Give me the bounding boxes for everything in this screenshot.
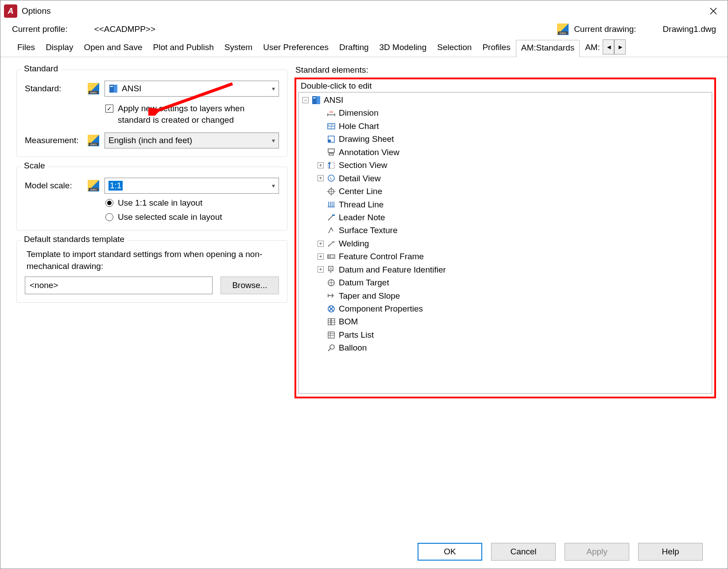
tab-3d-modeling[interactable]: 3D Modeling xyxy=(374,39,432,57)
current-drawing-label: Current drawing: xyxy=(574,24,636,34)
tab-display[interactable]: Display xyxy=(40,39,78,57)
close-button[interactable] xyxy=(703,0,724,22)
collapse-icon[interactable]: − xyxy=(302,97,309,103)
tree-item[interactable]: +Welding xyxy=(318,237,712,250)
chevron-down-icon: ▾ xyxy=(272,137,275,144)
partslist-icon xyxy=(326,330,336,340)
tree-item-label: Drawing Sheet xyxy=(339,133,394,145)
detailview-icon: L xyxy=(326,173,336,183)
expand-icon[interactable]: + xyxy=(318,175,324,181)
tab-profiles[interactable]: Profiles xyxy=(477,39,515,57)
model-scale-value: 1:1 xyxy=(108,181,123,191)
tree-item-label: Feature Control Frame xyxy=(339,250,424,263)
tree-item-label: Balloon xyxy=(339,341,367,354)
tree-item-label: Taper and Slope xyxy=(339,289,400,302)
tab-am-[interactable]: AM: xyxy=(580,39,601,57)
titlebar: A Options xyxy=(0,0,728,22)
tree-item[interactable]: Taper and Slope xyxy=(318,289,712,302)
tree-spacer xyxy=(318,332,324,338)
ok-button[interactable]: OK xyxy=(418,543,482,561)
scale-radio-selected[interactable] xyxy=(105,213,113,221)
tree-item[interactable]: +LDetail View xyxy=(318,172,712,185)
tree-item[interactable]: Center Line xyxy=(318,185,712,198)
model-scale-combo[interactable]: 1:1 ▾ xyxy=(105,178,279,194)
standard-elements-tree[interactable]: − ANSI d2DimensionxyHole ChartDrawing Sh… xyxy=(298,92,712,394)
tree-item[interactable]: BOM xyxy=(318,315,712,328)
standard-group-legend: Standard xyxy=(21,64,61,74)
tree-item[interactable]: Parts List xyxy=(318,328,712,341)
tree-item[interactable]: Thread Line xyxy=(318,198,712,211)
standard-combo[interactable]: ANSI ▾ xyxy=(105,81,279,97)
tab-scroll-prev[interactable]: ◄ xyxy=(603,39,614,55)
fcf-icon: .1 xyxy=(326,252,336,261)
browse-button[interactable]: Browse... xyxy=(221,277,279,294)
tree-spacer xyxy=(318,136,324,142)
tree-item-label: Parts List xyxy=(339,328,374,341)
expand-icon[interactable]: + xyxy=(318,266,324,273)
template-group: Default standards template Template to i… xyxy=(16,240,287,303)
tree-item[interactable]: Surface Texture xyxy=(318,224,712,237)
standard-group: Standard Standard: DWG ANSI ▾ xyxy=(16,70,287,157)
tree-item-label: Hole Chart xyxy=(339,120,379,133)
tree-item[interactable]: Component Properties xyxy=(318,302,712,315)
tab-user-preferences[interactable]: User Preferences xyxy=(258,39,334,57)
dialog-footer: OK Cancel Apply Help xyxy=(418,543,703,561)
tree-item[interactable]: Balloon xyxy=(318,341,712,354)
model-scale-label: Model scale: xyxy=(25,181,82,191)
tab-files[interactable]: Files xyxy=(12,39,40,57)
tab-plot-and-publish[interactable]: Plot and Publish xyxy=(147,39,219,57)
tree-item[interactable]: d2Dimension xyxy=(318,106,712,119)
book-icon xyxy=(108,84,118,94)
tab-am-standards[interactable]: AM:Standards xyxy=(516,40,580,57)
tree-item-label: Welding xyxy=(339,237,369,250)
svg-rect-21 xyxy=(313,97,316,98)
expand-icon[interactable]: + xyxy=(318,241,324,247)
scale-radio-1to1[interactable] xyxy=(105,199,113,207)
profile-row: Current profile: <<ACADMPP>> DWG Current… xyxy=(0,22,728,39)
sectionview-icon xyxy=(326,160,336,170)
close-icon xyxy=(709,7,717,15)
tab-drafting[interactable]: Drafting xyxy=(334,39,374,57)
tab-selection[interactable]: Selection xyxy=(432,39,477,57)
measurement-value: English (inch and feet) xyxy=(108,136,192,145)
highlight-box: Double-click to edit − ANSI d2Dimensionx… xyxy=(294,78,716,398)
svg-rect-56 xyxy=(328,332,334,338)
tab-open-and-save[interactable]: Open and Save xyxy=(78,39,147,57)
tree-item[interactable]: Leader Note xyxy=(318,211,712,224)
apply-button[interactable]: Apply xyxy=(565,543,629,561)
scale-radio-selected-label: Use selected scale in layout xyxy=(118,212,222,222)
svg-text:DWG: DWG xyxy=(90,143,97,146)
tree-spacer xyxy=(318,149,324,155)
dwg-icon: DWG xyxy=(88,180,99,191)
tab-system[interactable]: System xyxy=(219,39,258,57)
cancel-button[interactable]: Cancel xyxy=(491,543,556,561)
tree-item[interactable]: Datum Target xyxy=(318,276,712,289)
svg-rect-8 xyxy=(109,85,114,93)
balloon-icon xyxy=(326,343,336,353)
tree-item[interactable]: +.1Feature Control Frame xyxy=(318,250,712,263)
measurement-combo[interactable]: English (inch and feet) ▾ xyxy=(105,133,279,148)
help-button[interactable]: Help xyxy=(638,543,703,561)
current-profile-value: <<ACADMPP>> xyxy=(94,24,155,34)
tree-item[interactable]: Drawing Sheet xyxy=(318,133,712,145)
tree-item-label: Detail View xyxy=(339,172,381,185)
tree-spacer xyxy=(318,345,324,351)
tree-item[interactable]: +ADatum and Feature Identifier xyxy=(318,263,712,276)
tree-item[interactable]: xyHole Chart xyxy=(318,120,712,133)
tree-item[interactable]: +Section View xyxy=(318,159,712,171)
chevron-down-icon: ▾ xyxy=(272,182,275,189)
template-input[interactable]: <none> xyxy=(25,277,213,294)
tree-item[interactable]: Annotation View xyxy=(318,146,712,159)
expand-icon[interactable]: + xyxy=(318,162,324,168)
datumtarget-icon xyxy=(326,278,336,288)
tree-item-label: BOM xyxy=(339,315,358,328)
tree-root-label: ANSI xyxy=(324,94,343,106)
centerline-icon xyxy=(326,187,336,196)
tree-spacer xyxy=(318,214,324,221)
tree-root-node[interactable]: − ANSI xyxy=(302,94,712,106)
expand-icon[interactable]: + xyxy=(318,253,324,260)
tab-scroll-next[interactable]: ► xyxy=(614,39,626,55)
apply-layers-checkbox[interactable]: ✓ xyxy=(105,105,113,113)
tree-spacer xyxy=(318,201,324,207)
template-desc: Template to import standard settings fro… xyxy=(25,247,279,277)
